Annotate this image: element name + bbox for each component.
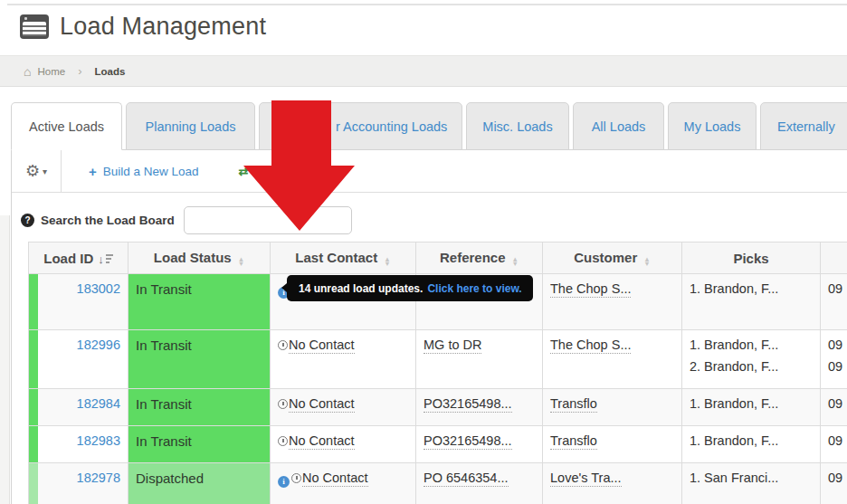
status-stripe	[29, 426, 38, 463]
breadcrumb-separator-icon: ›	[78, 64, 81, 78]
picks-cell: 1. Brandon, F...	[682, 389, 821, 426]
pick-link[interactable]: 1. San Franci...	[690, 471, 778, 485]
date-cell: 09	[821, 426, 847, 463]
table-row: 182984 In Transit No Contact PO32165498.…	[29, 389, 847, 426]
tooltip-view-link[interactable]: Click here to view.	[427, 282, 521, 295]
load-id-link[interactable]: 183002	[77, 281, 120, 296]
customer-cell: Transflo	[543, 389, 682, 426]
pick-link[interactable]: 1. Brandon, F...	[690, 433, 778, 448]
col-header-customer[interactable]: Customer▲▼	[543, 242, 682, 274]
search-input[interactable]	[184, 206, 352, 234]
col-header-picks[interactable]: Picks	[682, 242, 821, 274]
no-contact-link[interactable]: No Contact	[289, 338, 355, 354]
left-gutter	[0, 215, 10, 504]
load-id-link[interactable]: 182978	[77, 471, 120, 485]
no-contact-link[interactable]: No Contact	[289, 396, 355, 413]
tab-accounting-loads[interactable]: r Accounting Loads	[259, 102, 462, 150]
load-id-link[interactable]: 182983	[77, 433, 120, 448]
tab-all-loads[interactable]: All Loads	[573, 102, 664, 150]
pick-link[interactable]: 1. Brandon, F...	[690, 281, 778, 296]
breadcrumb-home-link[interactable]: Home	[37, 66, 65, 77]
breadcrumb: ⌂ Home › Loads	[0, 55, 847, 87]
table-row: 182983 In Transit No Contact PO32165498.…	[29, 426, 847, 463]
col-header-dates[interactable]	[821, 242, 847, 274]
col-header-load-id[interactable]: Load ID↓	[29, 242, 128, 274]
home-icon: ⌂	[24, 64, 31, 79]
date-cell: 09	[821, 389, 847, 426]
window-edge-line	[7, 4, 847, 5]
build-new-load-label: Build a New Load	[103, 165, 199, 178]
status-cell: In Transit	[128, 389, 271, 426]
tooltip-message: 14 unread load updates.	[299, 282, 423, 295]
last-contact-cell: No Contact	[271, 330, 416, 389]
customer-link[interactable]: The Chop S...	[550, 281, 631, 298]
question-circle-icon: ?	[21, 214, 34, 227]
tab-misc-loads[interactable]: Misc. Loads	[466, 102, 569, 150]
toolbar: ⚙ ▾ + Build a New Load ⇄ Post	[12, 150, 847, 193]
reference-cell: PO32165498...	[416, 389, 543, 426]
load-board-panel: ⚙ ▾ + Build a New Load ⇄ Post ? Search t…	[11, 149, 847, 504]
unread-updates-tooltip: 14 unread load updates. Click here to vi…	[287, 275, 533, 301]
date-cell: 09 09	[821, 330, 847, 389]
tab-my-loads[interactable]: My Loads	[668, 102, 757, 150]
status-cell: Dispatched	[128, 463, 271, 504]
pick-link[interactable]: 1. Brandon, F...	[690, 396, 778, 411]
customer-link[interactable]: The Chop S...	[550, 338, 631, 354]
status-stripe	[29, 463, 38, 504]
repost-icon: ⇄	[239, 165, 249, 178]
status-stripe	[29, 274, 38, 330]
search-row: ? Search the Load Board	[12, 193, 847, 234]
tab-planning-loads[interactable]: Planning Loads	[126, 102, 255, 150]
status-stripe	[29, 330, 38, 389]
chevron-down-icon: ▾	[43, 166, 47, 176]
last-contact-cell: No Contact	[271, 426, 416, 463]
picks-cell: 1. Brandon, F... 2. Brandon, F...	[682, 330, 821, 389]
sort-icon: ▲▼	[643, 257, 650, 266]
sort-icon: ▲▼	[512, 257, 519, 266]
load-board-icon	[20, 14, 49, 39]
last-contact-cell: iNo Contact	[271, 463, 416, 504]
customer-cell: The Chop S...	[543, 274, 682, 330]
col-header-last-contact[interactable]: Last Contact▲▼	[271, 242, 416, 274]
col-header-reference[interactable]: Reference▲▼	[416, 242, 543, 274]
reference-cell: PO 6546354...	[416, 463, 543, 504]
customer-link[interactable]: Transflo	[550, 433, 597, 450]
last-contact-cell: No Contact	[271, 389, 416, 426]
status-cell: In Transit	[128, 274, 271, 330]
reference-link[interactable]: MG to DR	[424, 338, 481, 354]
customer-link[interactable]: Transflo	[550, 396, 597, 413]
no-contact-link[interactable]: No Contact	[302, 471, 368, 487]
reference-link[interactable]: PO 6546354...	[424, 471, 509, 487]
status-cell: In Transit	[128, 330, 271, 389]
reference-cell: PO32165498...	[416, 426, 543, 463]
post-button[interactable]: ⇄ Post	[239, 165, 280, 178]
picks-cell: 1. Brandon, F...	[682, 426, 821, 463]
load-tabs: Active Loads Planning Loads r Accounting…	[11, 102, 847, 150]
page-title: Load Management	[60, 13, 266, 41]
tab-active-loads[interactable]: Active Loads	[11, 102, 122, 150]
plus-icon: +	[89, 164, 97, 179]
table-header-row: Load ID↓ Load Status▲▼ Last Contact▲▼ Re…	[29, 242, 847, 274]
load-id-link[interactable]: 182996	[77, 338, 120, 352]
build-new-load-button[interactable]: + Build a New Load	[89, 164, 199, 179]
info-icon[interactable]: i	[278, 476, 290, 488]
table-row: 182996 In Transit No Contact MG to DR Th…	[29, 330, 847, 389]
gear-icon: ⚙	[25, 161, 40, 181]
clock-icon	[278, 399, 288, 409]
pick-link[interactable]: 2. Brandon, F...	[690, 359, 778, 374]
pick-link[interactable]: 1. Brandon, F...	[690, 338, 778, 352]
settings-menu-button[interactable]: ⚙ ▾	[12, 150, 62, 192]
no-contact-link[interactable]: No Contact	[289, 433, 355, 450]
reference-link[interactable]: PO32165498...	[424, 396, 512, 413]
customer-link[interactable]: Love's Tra...	[550, 471, 622, 487]
clock-icon	[278, 436, 288, 446]
sort-icon: ▲▼	[384, 257, 390, 266]
reference-link[interactable]: PO32165498...	[424, 433, 512, 450]
col-header-load-status[interactable]: Load Status▲▼	[128, 242, 271, 274]
load-id-link[interactable]: 182984	[77, 396, 120, 411]
customer-cell: The Chop S...	[543, 330, 682, 389]
tab-externally[interactable]: Externally	[760, 102, 847, 150]
reference-cell: MG to DR	[416, 330, 543, 389]
picks-cell: 1. San Franci...	[682, 463, 821, 504]
search-label: Search the Load Board	[41, 214, 175, 227]
